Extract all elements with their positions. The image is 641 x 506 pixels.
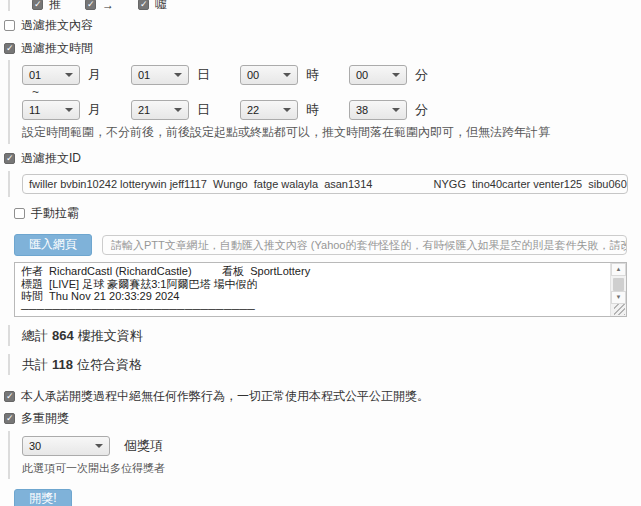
time-range-note: 設定時間範圍，不分前後，前後設定起點或終點都可以，推文時間落在範圍內即可，但無法… xyxy=(22,124,641,141)
arrow-checkbox[interactable] xyxy=(85,0,96,10)
filter-id-checkbox[interactable] xyxy=(4,153,15,164)
scroll-up-icon[interactable]: ▲ xyxy=(611,263,626,276)
import-row: 匯入網頁 請輸入PTT文章網址，自動匯入推文內容 (Yahoo的套件怪怪的，有時… xyxy=(14,234,627,256)
minute-unit-label: 分 xyxy=(415,66,428,84)
multi-draw-row[interactable]: 多重開獎 xyxy=(4,410,641,427)
pledge-row[interactable]: 本人承諾開獎過程中絕無任何作弊行為，一切正常使用本程式公平公正開獎。 xyxy=(4,388,641,405)
qualified-group: 共計118位符合資格 xyxy=(8,354,641,375)
filter-content-checkbox[interactable] xyxy=(4,20,15,31)
filter-id-label: 過濾推文ID xyxy=(21,150,81,167)
multi-draw-label: 多重開獎 xyxy=(21,410,69,427)
filter-content-row[interactable]: 過濾推文內容 xyxy=(4,17,641,34)
hour-unit-label: 時 xyxy=(306,66,319,84)
end-hour-select[interactable]: 22 xyxy=(240,100,298,120)
push-checkbox[interactable] xyxy=(32,0,43,10)
multi-draw-note: 此選項可一次開出多位得獎者 xyxy=(22,461,641,476)
time-end-row: 11 月 21 日 22 時 38 分 xyxy=(22,100,641,120)
url-input[interactable]: 請輸入PTT文章網址，自動匯入推文內容 (Yahoo的套件怪怪的，有時候匯入如果… xyxy=(102,235,627,255)
total-prefix: 總計 xyxy=(22,328,48,343)
day-unit-label: 日 xyxy=(197,101,210,119)
chevron-down-icon xyxy=(174,73,182,77)
draw-button[interactable]: 開獎! xyxy=(14,489,72,506)
start-hour-select[interactable]: 00 xyxy=(240,65,298,85)
filter-content-label: 過濾推文內容 xyxy=(21,17,93,34)
article-textarea-box: 作者 RichardCastl (RichardCastle) 看板 Sport… xyxy=(14,262,627,317)
range-separator: ~ xyxy=(32,86,641,98)
month-unit-label: 月 xyxy=(88,101,101,119)
chevron-down-icon xyxy=(392,108,400,112)
scroll-down-icon[interactable]: ▼ xyxy=(611,291,626,304)
day-unit-label: 日 xyxy=(197,66,210,84)
filter-time-label: 過濾推文時間 xyxy=(21,40,93,57)
chevron-down-icon xyxy=(65,73,73,77)
push-type-option[interactable]: 噓 xyxy=(138,0,167,11)
push-label: 推 xyxy=(49,0,61,11)
manual-option-row[interactable]: 手動拉霸 xyxy=(14,205,641,222)
chevron-down-icon xyxy=(283,73,291,77)
filter-time-row[interactable]: 過濾推文時間 xyxy=(4,40,641,57)
arrow-label: → xyxy=(102,0,114,11)
prize-count-select[interactable]: 30 xyxy=(22,436,110,456)
article-textarea[interactable]: 作者 RichardCastl (RichardCastle) 看板 Sport… xyxy=(15,263,626,316)
total-count: 864 xyxy=(52,328,74,343)
start-month-select[interactable]: 01 xyxy=(22,65,80,85)
qualified-count: 118 xyxy=(52,357,73,372)
total-suffix: 樓推文資料 xyxy=(78,328,143,343)
total-comments-group: 總計864樓推文資料 xyxy=(8,325,641,346)
start-minute-select[interactable]: 00 xyxy=(349,65,407,85)
id-filter-group: fwiller bvbin10242 lotterywin jeff1117 W… xyxy=(8,171,641,197)
filter-time-checkbox[interactable] xyxy=(4,43,15,54)
qualified-prefix: 共計 xyxy=(22,357,48,372)
time-start-row: 01 月 01 日 00 時 00 分 xyxy=(22,65,641,85)
manual-checkbox[interactable] xyxy=(14,208,25,219)
end-month-select[interactable]: 11 xyxy=(22,100,80,120)
chevron-down-icon xyxy=(174,108,182,112)
total-comments-line: 總計864樓推文資料 xyxy=(22,328,641,343)
end-day-select[interactable]: 21 xyxy=(131,100,189,120)
prize-count-group: 30 個獎項 此選項可一次開出多位得獎者 xyxy=(8,431,641,479)
push-type-option[interactable]: → xyxy=(85,0,114,11)
time-range-group: 01 月 01 日 00 時 00 分 ~ 11 月 21 日 22 時 38 … xyxy=(8,60,641,144)
minute-unit-label: 分 xyxy=(415,101,428,119)
push-type-filter-row: 推 → 噓 xyxy=(0,0,641,11)
manual-label: 手動拉霸 xyxy=(31,205,79,222)
hour-unit-label: 時 xyxy=(306,101,319,119)
import-url-button[interactable]: 匯入網頁 xyxy=(14,234,92,256)
multi-draw-checkbox[interactable] xyxy=(4,413,15,424)
start-day-select[interactable]: 01 xyxy=(131,65,189,85)
id-filter-input[interactable]: fwiller bvbin10242 lotterywin jeff1117 W… xyxy=(22,174,628,194)
qualified-suffix: 位符合資格 xyxy=(77,357,142,372)
pledge-label: 本人承諾開獎過程中絕無任何作弊行為，一切正常使用本程式公平公正開獎。 xyxy=(21,388,429,405)
end-minute-select[interactable]: 38 xyxy=(349,100,407,120)
qualified-line: 共計118位符合資格 xyxy=(22,357,641,372)
chevron-down-icon xyxy=(283,108,291,112)
chevron-down-icon xyxy=(65,108,73,112)
month-unit-label: 月 xyxy=(88,66,101,84)
prize-unit-label: 個獎項 xyxy=(124,437,163,455)
push-type-option[interactable]: 推 xyxy=(32,0,61,11)
boo-checkbox[interactable] xyxy=(138,0,149,10)
chevron-down-icon xyxy=(392,73,400,77)
boo-label: 噓 xyxy=(155,0,167,11)
filter-id-row[interactable]: 過濾推文ID xyxy=(4,150,641,167)
scrollbar-thumb[interactable] xyxy=(613,278,624,291)
pledge-checkbox[interactable] xyxy=(4,391,15,402)
resize-grip-icon[interactable] xyxy=(614,304,625,315)
chevron-down-icon xyxy=(95,444,103,448)
